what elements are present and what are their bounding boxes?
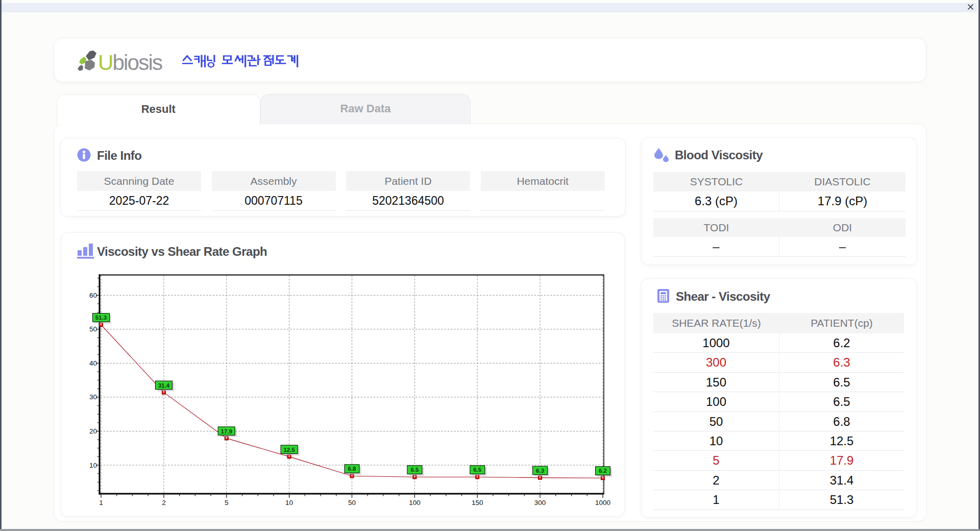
svg-text:1000: 1000	[595, 499, 610, 506]
svg-text:10: 10	[89, 462, 97, 469]
svg-text:2: 2	[162, 499, 166, 506]
svg-text:10: 10	[285, 499, 293, 506]
svg-text:30: 30	[89, 393, 97, 401]
svg-text:1: 1	[99, 499, 103, 506]
svg-text:5: 5	[225, 499, 229, 506]
svg-text:50: 50	[89, 325, 97, 333]
svg-text:20: 20	[89, 427, 97, 435]
svg-text:100: 100	[409, 499, 421, 506]
svg-text:300: 300	[534, 499, 546, 506]
svg-text:51.3: 51.3	[95, 315, 107, 321]
svg-text:40: 40	[89, 359, 97, 367]
svg-text:60: 60	[89, 292, 97, 299]
svg-text:6.2: 6.2	[599, 468, 607, 474]
svg-text:6.8: 6.8	[348, 466, 357, 472]
svg-text:12.5: 12.5	[283, 447, 295, 453]
svg-text:6.5: 6.5	[473, 467, 482, 473]
svg-text:31.4: 31.4	[158, 382, 170, 389]
svg-text:150: 150	[472, 499, 483, 506]
svg-text:50: 50	[348, 499, 356, 506]
svg-text:6.3: 6.3	[536, 468, 544, 474]
svg-text:17.9: 17.9	[221, 428, 232, 435]
svg-text:6.5: 6.5	[410, 467, 419, 473]
